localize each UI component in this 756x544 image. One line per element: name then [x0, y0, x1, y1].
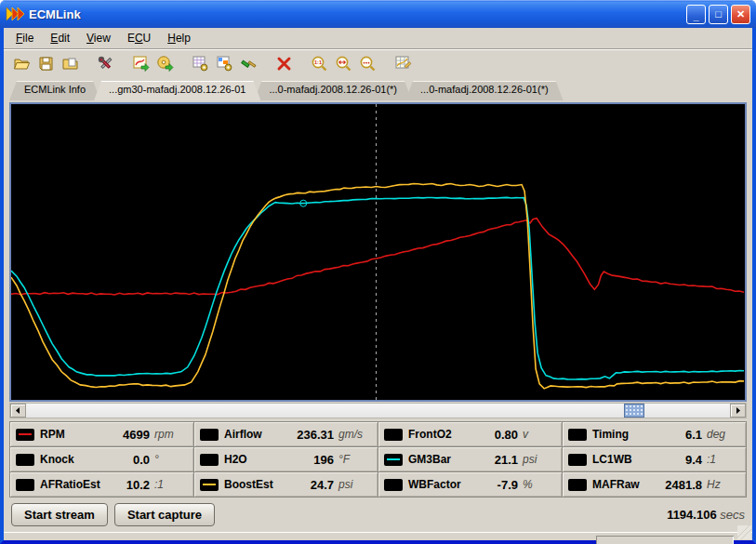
menu-help[interactable]: Help: [159, 29, 199, 47]
magnifier-arrows-icon: [335, 55, 352, 73]
trace-swatch: [16, 479, 34, 491]
grid-cell-timing[interactable]: Timing6.1deg: [563, 422, 746, 446]
resize-grip[interactable]: [737, 525, 751, 539]
trace-swatch: [384, 429, 403, 441]
grid-cell-wbfactor[interactable]: WBFactor-7.9%: [378, 472, 562, 497]
close-icon: ✕: [736, 9, 745, 20]
trace-boostest: [11, 184, 744, 389]
param-value: 0.80: [452, 428, 518, 442]
trace-swatch: [16, 429, 34, 441]
trace-swatch: [568, 479, 587, 491]
param-label: Timing: [592, 428, 629, 441]
minimize-button[interactable]: _: [686, 5, 706, 24]
grid-cell-lc1wb[interactable]: LC1WB9.4:1: [563, 447, 746, 471]
param-label: RPM: [40, 428, 65, 441]
table-display-gear-icon: [216, 55, 233, 73]
settings-tools-button[interactable]: [93, 52, 117, 74]
scroll-left-button[interactable]: [10, 404, 26, 418]
menu-view[interactable]: View: [78, 29, 119, 47]
grid-cell-knock[interactable]: Knock0.0°: [10, 447, 193, 471]
param-value: 4699: [65, 428, 150, 442]
param-label: Airflow: [224, 428, 262, 441]
svg-text:1:1: 1:1: [314, 60, 322, 65]
chart-export-icon: [132, 55, 150, 73]
trace-rpm: [11, 219, 744, 295]
param-value: 0.0: [74, 453, 150, 467]
open-file-button[interactable]: [9, 52, 33, 74]
start-capture-button[interactable]: Start capture: [114, 503, 215, 526]
param-unit: °: [154, 453, 188, 466]
time-value: 1194.106: [667, 508, 717, 522]
table-tools-button[interactable]: [391, 52, 415, 74]
trace-swatch: [384, 479, 403, 491]
menu-edit[interactable]: Edit: [42, 29, 78, 47]
title-bar[interactable]: ECMLink _ □ ✕: [0, 0, 756, 28]
trace-swatch: [568, 429, 587, 441]
parameter-grid: RPM4699rpm Airflow236.31gm/s FrontO20.80…: [9, 421, 747, 498]
tab-log-1-active[interactable]: ...gm30-mafadj.2008.12.26-01: [94, 81, 260, 100]
menu-file[interactable]: File: [7, 29, 42, 47]
menu-ecu[interactable]: ECU: [119, 29, 159, 47]
param-unit: rpm: [154, 428, 188, 441]
grid-cell-rpm[interactable]: RPM4699rpm: [10, 422, 193, 446]
tab-bar: ECMLink Info ...gm30-mafadj.2008.12.26-0…: [4, 76, 752, 100]
close-file-button[interactable]: [58, 52, 82, 74]
param-label: LC1WB: [592, 453, 632, 466]
grid-cell-boostest[interactable]: BoostEst24.7psi: [194, 472, 378, 497]
param-label: H2O: [224, 453, 247, 466]
param-label: MAFRaw: [592, 478, 640, 491]
maximize-icon: □: [715, 9, 722, 20]
tab-log-2[interactable]: ...0-mafadj.2008.12.26-01(*): [254, 81, 412, 100]
param-label: GM3Bar: [408, 453, 451, 466]
export-data-cd-button[interactable]: [153, 52, 177, 74]
scrollbar-thumb[interactable]: [624, 404, 644, 418]
log-settings-button[interactable]: [188, 52, 212, 74]
red-x-icon: [275, 55, 293, 73]
trace-swatch: [384, 454, 403, 466]
grid-cell-gm3bar[interactable]: GM3Bar21.1psi: [378, 447, 562, 471]
screwdriver-icon: [240, 55, 258, 73]
elapsed-time: 1194.106 secs: [667, 508, 745, 522]
magnifier-1to1-icon: 1:1: [311, 55, 328, 73]
param-label: FrontO2: [408, 428, 452, 441]
zoom-one-to-one-button[interactable]: 1:1: [307, 52, 331, 74]
grid-cell-afratioest[interactable]: AFRatioEst10.2:1: [10, 472, 193, 497]
save-file-button[interactable]: [33, 52, 58, 74]
datalog-chart[interactable]: [9, 102, 747, 402]
grid-cell-mafraw[interactable]: MAFRaw2481.8Hz: [563, 472, 746, 497]
zoom-custom-button[interactable]: [355, 52, 379, 74]
param-value: 24.7: [273, 478, 334, 492]
arrow-right-icon: [735, 407, 741, 414]
param-unit: v: [523, 428, 556, 441]
trace-gm3bar: [11, 197, 744, 379]
controls-row: Start stream Start capture 1194.106 secs: [11, 500, 745, 529]
param-value: 2481.8: [640, 478, 702, 492]
open-folder-icon: [13, 55, 31, 73]
status-progress-field: [596, 536, 734, 544]
param-value: 9.4: [632, 453, 702, 467]
export-image-button[interactable]: [128, 52, 153, 74]
menu-bar: File Edit View ECU Help: [4, 28, 752, 49]
grid-cell-h2o[interactable]: H2O196°F: [194, 447, 378, 471]
chart-horizontal-scrollbar: [9, 403, 747, 418]
close-button[interactable]: ✕: [731, 5, 750, 24]
display-settings-button[interactable]: [212, 52, 236, 74]
delete-button[interactable]: [272, 52, 296, 74]
zoom-fit-horizontal-button[interactable]: [331, 52, 355, 74]
scroll-right-button[interactable]: [730, 404, 746, 418]
folder-file-icon: [61, 55, 79, 73]
scrollbar-track[interactable]: [26, 404, 730, 418]
magnifier-dots-icon: [359, 55, 377, 73]
param-value: 10.2: [100, 478, 150, 492]
tab-log-3[interactable]: ...0-mafadj.2008.12.26-01(*): [405, 81, 564, 100]
grid-cell-airflow[interactable]: Airflow236.31gm/s: [194, 422, 378, 446]
grid-cell-fronto2[interactable]: FrontO20.80v: [378, 422, 562, 446]
param-value: -7.9: [461, 478, 518, 492]
param-label: Knock: [40, 453, 74, 466]
maximize-button[interactable]: □: [709, 5, 728, 24]
repair-tool-button[interactable]: [236, 52, 260, 74]
param-unit: psi: [338, 478, 372, 491]
start-stream-button[interactable]: Start stream: [11, 503, 108, 526]
tab-ecmlink-info[interactable]: ECMLink Info: [9, 81, 100, 100]
param-value: 236.31: [262, 428, 334, 442]
